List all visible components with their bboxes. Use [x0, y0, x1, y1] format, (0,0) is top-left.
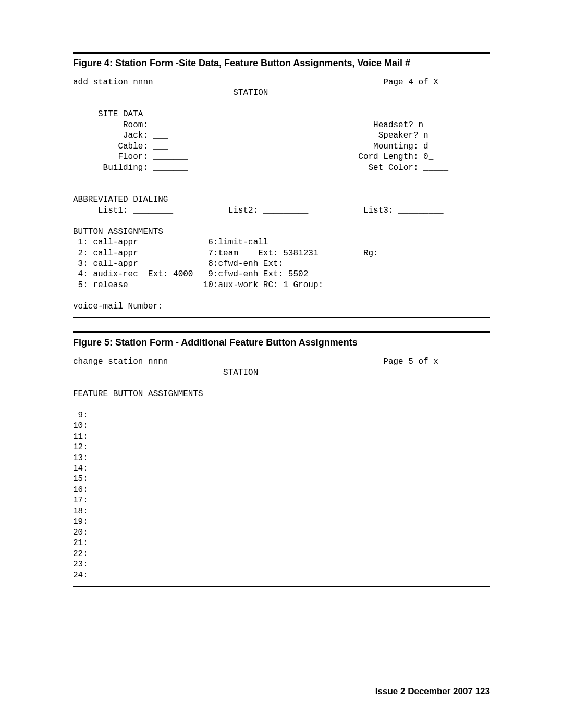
- figure4-button-line: 5: release 10:aux-work RC: 1 Group:: [73, 280, 323, 290]
- figure5-row: 16:: [73, 485, 88, 495]
- figure5-title: Figure 5: Station Form - Additional Feat…: [73, 333, 490, 353]
- figure5-row: 9:: [73, 411, 88, 420]
- figure5-row: 11:: [73, 432, 88, 441]
- figure4-abbrev-header: ABBREVIATED DIALING: [73, 195, 168, 204]
- figure5-row: 23:: [73, 560, 88, 569]
- figure4-terminal: add station nnnn Page 4 of X STATION SIT…: [73, 74, 490, 317]
- figure5-row: 15:: [73, 474, 88, 484]
- figure4-abbrev-line: List1: ________ List2: _________ List3: …: [73, 206, 444, 215]
- figure4-site-data-header: SITE DATA: [73, 109, 143, 119]
- figure4-form-title: STATION: [73, 88, 268, 97]
- figure5-row: 20:: [73, 528, 88, 537]
- figure4-site-line: Floor: _______ Cord Length: 0_: [73, 152, 433, 162]
- page-footer: Issue 2 December 2007 123: [375, 686, 490, 697]
- figure4-button-line: 2: call-appr 7:team Ext: 5381231 Rg:: [73, 249, 378, 258]
- figure5-row: 24:: [73, 571, 88, 580]
- figure5-row: 18:: [73, 507, 88, 516]
- figure5-form-title: STATION: [73, 368, 258, 377]
- figure5-section-header: FEATURE BUTTON ASSIGNMENTS: [73, 389, 203, 399]
- figure4-site-line: Cable: ___ Mounting: d: [73, 142, 429, 151]
- figure4-command-line: add station nnnn Page 4 of X: [73, 78, 438, 87]
- figure4-site-line: Room: _______ Headset? n: [73, 120, 423, 130]
- figure4-site-line: Building: _______ Set Color: _____: [73, 163, 448, 172]
- figure5-terminal: change station nnnn Page 5 of x STATION …: [73, 353, 490, 586]
- figure5-row: 17:: [73, 496, 88, 505]
- figure4-site-line: Jack: ___ Speaker? n: [73, 131, 429, 140]
- figure4-voicemail-line: voice-mail Number:: [73, 302, 163, 311]
- figure5-row: 10:: [73, 421, 88, 430]
- figure5-row: 21:: [73, 538, 88, 548]
- figure5-bottom-rule: [73, 586, 490, 587]
- figure4-button-line: 1: call-appr 6:limit-call: [73, 238, 268, 247]
- figure5-row: 22:: [73, 549, 88, 559]
- figure5-row: 13:: [73, 453, 88, 463]
- figure4-buttons-header: BUTTON ASSIGNMENTS: [73, 227, 163, 237]
- figure5-row: 14:: [73, 464, 88, 473]
- figure4-button-line: 4: audix-rec Ext: 4000 9:cfwd-enh Ext: 5…: [73, 269, 308, 279]
- document-page: Figure 4: Station Form -Site Data, Featu…: [0, 0, 563, 728]
- figure4-title: Figure 4: Station Form -Site Data, Featu…: [73, 54, 490, 74]
- figure5-row: 12:: [73, 442, 88, 452]
- figure4-button-line: 3: call-appr 8:cfwd-enh Ext:: [73, 259, 283, 268]
- figure5-row: 19:: [73, 517, 88, 526]
- figure5-command-line: change station nnnn Page 5 of x: [73, 357, 438, 366]
